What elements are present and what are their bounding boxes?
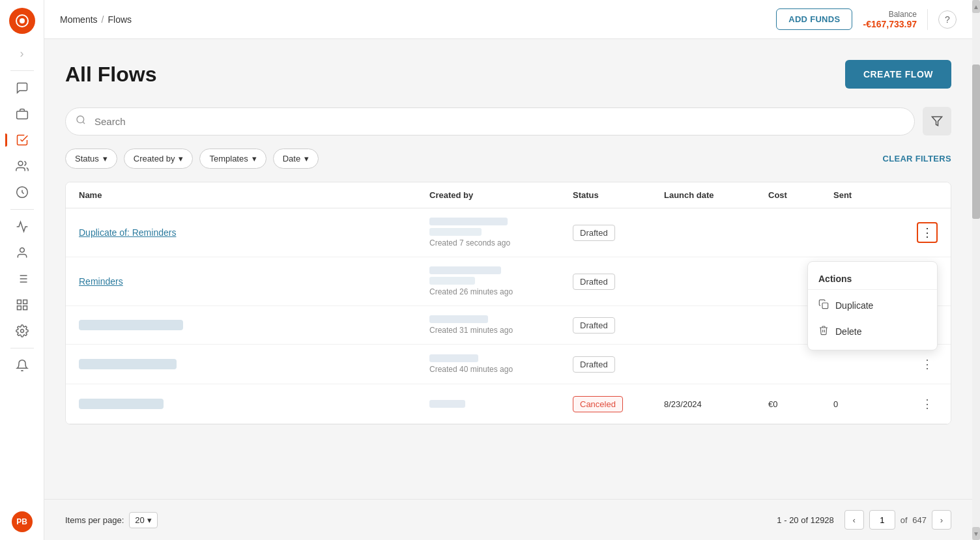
- logs-icon[interactable]: [10, 267, 34, 291]
- row-name-cell: Duplicate of: Reminders: [79, 227, 429, 238]
- page-content: All Flows CREATE FLOW Status: [44, 39, 972, 499]
- row-status: Drafted: [573, 225, 664, 241]
- scrollbar-up[interactable]: ▲: [972, 0, 980, 13]
- scrollbar[interactable]: ▲ ▼: [972, 0, 980, 540]
- created-by-filter-label: Created by: [134, 154, 175, 163]
- balance-label: Balance: [863, 10, 917, 19]
- created-by-blur: [429, 354, 478, 362]
- created-time: Created 26 minutes ago: [429, 287, 573, 296]
- row-launch-date: 8/23/2024: [664, 399, 768, 409]
- search-input[interactable]: [65, 107, 915, 135]
- filter-bar: Status ▾ Created by ▾ Templates ▾ Date ▾…: [65, 149, 951, 169]
- col-created-by: Created by: [429, 190, 573, 200]
- scrollbar-thumb[interactable]: [972, 64, 980, 219]
- page-number-input[interactable]: [869, 510, 895, 530]
- of-label: of: [901, 515, 908, 525]
- campaigns-icon[interactable]: [10, 128, 34, 152]
- app-logo[interactable]: [9, 8, 35, 34]
- col-name: Name: [79, 190, 429, 200]
- row-status: Drafted: [573, 356, 664, 373]
- help-icon[interactable]: ?: [938, 10, 957, 29]
- table-row: Duplicate of: Reminders Created 7 second…: [66, 208, 951, 257]
- svg-rect-2: [16, 111, 27, 119]
- row-cost: €0: [768, 399, 833, 409]
- scrollbar-down[interactable]: ▼: [972, 527, 980, 540]
- col-cost: Cost: [768, 190, 833, 200]
- pagination-range: 1 - 20 of 12928: [777, 515, 833, 525]
- created-time: Created 40 minutes ago: [429, 365, 573, 374]
- status-filter-button[interactable]: Status ▾: [65, 149, 117, 169]
- header: Moments / Flows ADD FUNDS Balance -€167,…: [44, 0, 972, 39]
- col-status: Status: [573, 190, 664, 200]
- date-filter-button[interactable]: Date ▾: [273, 149, 319, 169]
- prev-page-button[interactable]: ‹: [844, 510, 864, 530]
- integrations-icon[interactable]: [10, 293, 34, 317]
- briefcase-icon[interactable]: [10, 102, 34, 126]
- row-created-by: Created 31 minutes ago: [429, 315, 573, 335]
- duplicate-action[interactable]: Duplicate: [808, 292, 937, 319]
- sidebar-divider-top: [10, 70, 34, 71]
- row-name-link[interactable]: Duplicate of: Reminders: [79, 227, 176, 238]
- create-flow-button[interactable]: CREATE FLOW: [845, 60, 951, 89]
- templates-filter-label: Templates: [209, 154, 248, 163]
- avatar[interactable]: PB: [12, 511, 33, 532]
- row-more-button[interactable]: ⋮: [917, 393, 938, 414]
- sidebar: › PB: [0, 0, 44, 540]
- next-page-button[interactable]: ›: [932, 510, 951, 530]
- items-per-page: Items per page: 20 ▾: [65, 512, 158, 528]
- header-right: ADD FUNDS Balance -€167,733.97 ?: [776, 8, 957, 30]
- status-filter-label: Status: [75, 154, 99, 163]
- flows-table: Name Created by Status Launch date Cost …: [65, 182, 951, 425]
- table-row: Canceled 8/23/2024 €0 0 ⋮: [66, 384, 951, 424]
- search-input-wrapper: [65, 107, 915, 135]
- collapse-icon[interactable]: ›: [10, 42, 34, 65]
- duplicate-label: Duplicate: [835, 300, 873, 311]
- row-status: Drafted: [573, 274, 664, 290]
- svg-point-17: [77, 116, 84, 123]
- created-time: Created 31 minutes ago: [429, 326, 573, 335]
- delete-action[interactable]: Delete: [808, 319, 937, 345]
- row-status: Canceled: [573, 396, 664, 412]
- created-by-filter-chevron: ▾: [179, 154, 183, 163]
- items-per-page-select[interactable]: 20 ▾: [129, 512, 157, 528]
- col-actions: [899, 190, 938, 200]
- name-blur: [79, 399, 164, 409]
- row-created-by: Created 26 minutes ago: [429, 266, 573, 296]
- notifications-icon[interactable]: [10, 354, 34, 377]
- date-filter-chevron: ▾: [304, 154, 309, 163]
- clear-filters-button[interactable]: CLEAR FILTERS: [883, 154, 952, 163]
- add-funds-button[interactable]: ADD FUNDS: [776, 8, 852, 30]
- sidebar-divider-bottom: [10, 348, 34, 348]
- templates-filter-button[interactable]: Templates ▾: [199, 149, 266, 169]
- row-name-link[interactable]: Reminders: [79, 276, 123, 287]
- breadcrumb-parent[interactable]: Moments: [60, 14, 98, 25]
- svg-rect-12: [17, 300, 21, 304]
- created-by-blur: [429, 266, 501, 274]
- actions-dropdown: Actions Duplicate: [807, 261, 938, 350]
- filter-icon-button[interactable]: [923, 107, 951, 135]
- duplicate-icon: [818, 299, 829, 312]
- row-more-button[interactable]: ⋮: [917, 222, 938, 243]
- settings-icon[interactable]: [10, 319, 34, 343]
- chat-icon[interactable]: [10, 76, 34, 100]
- row-more-button[interactable]: ⋮: [917, 354, 938, 375]
- name-blur: [79, 320, 183, 330]
- segments-icon[interactable]: [10, 180, 34, 204]
- analytics-icon[interactable]: [10, 215, 34, 238]
- row-actions: ⋮ Actions Duplicate: [899, 222, 938, 243]
- row-name-cell: Reminders: [79, 276, 429, 287]
- page-title: All Flows: [65, 63, 156, 87]
- created-by-filter-button[interactable]: Created by ▾: [124, 149, 194, 169]
- of-total-label: of 647: [901, 515, 927, 525]
- svg-point-1: [20, 18, 25, 23]
- contacts-icon[interactable]: [10, 154, 34, 178]
- svg-point-16: [20, 330, 23, 333]
- sidebar-divider-mid: [10, 209, 34, 210]
- created-by-blur-sm: [429, 228, 482, 236]
- delete-label: Delete: [835, 326, 861, 337]
- people-icon[interactable]: [10, 241, 34, 264]
- items-per-page-label: Items per page:: [65, 515, 124, 525]
- svg-rect-13: [23, 300, 27, 304]
- created-by-blur-sm: [429, 277, 475, 285]
- table-row: Created 40 minutes ago Drafted ⋮: [66, 345, 951, 384]
